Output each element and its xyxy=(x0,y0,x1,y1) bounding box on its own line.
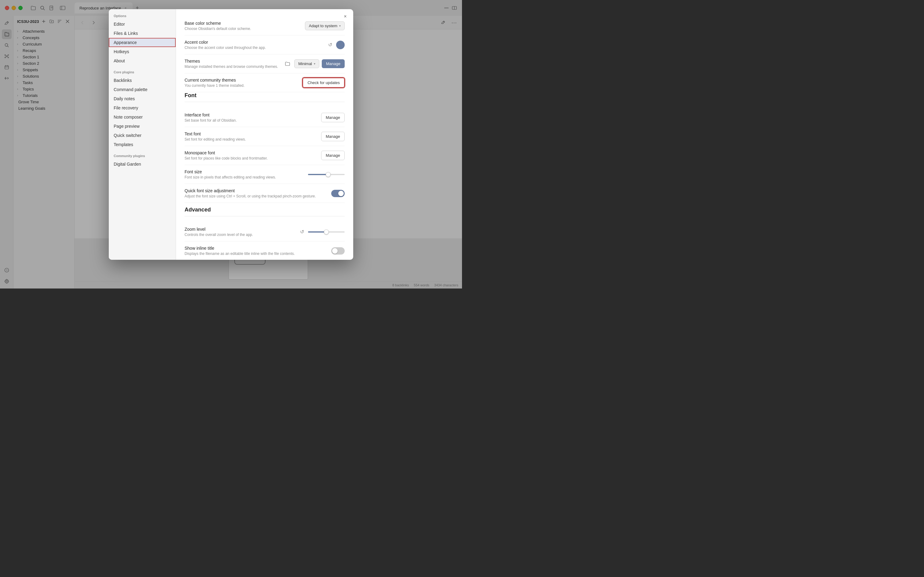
nav-item-command-palette[interactable]: Command palette xyxy=(109,85,176,94)
font-size-desc: Font size in pixels that affects editing… xyxy=(185,175,303,179)
monospace-font-title: Monospace font xyxy=(185,150,316,155)
themes-folder-button[interactable] xyxy=(283,60,292,68)
themes-desc: Manage installed themes and browse commu… xyxy=(185,64,278,69)
modal-close-button[interactable]: × xyxy=(341,13,349,20)
modal-sidebar: Options Editor Files & Links Appearance … xyxy=(109,9,176,260)
base-color-scheme-title: Base color scheme xyxy=(185,21,300,26)
settings-zoom-level: Zoom level Controls the overall zoom lev… xyxy=(185,222,344,242)
nav-item-file-recovery[interactable]: File recovery xyxy=(109,103,176,113)
community-themes-title: Current community themes xyxy=(185,77,298,82)
text-font-desc: Set font for editing and reading views. xyxy=(185,137,316,142)
settings-show-inline-title: Show inline title Displays the filename … xyxy=(185,242,344,260)
nav-item-digital-garden[interactable]: Digital Garden xyxy=(109,160,176,169)
show-inline-title-title: Show inline title xyxy=(185,246,326,251)
settings-modal: Options Editor Files & Links Appearance … xyxy=(109,9,353,260)
community-themes-desc: You currently have 1 theme installed. xyxy=(185,84,298,88)
font-size-slider[interactable] xyxy=(308,174,344,175)
accent-color-reset-button[interactable]: ↺ xyxy=(326,41,334,48)
nav-item-files-links[interactable]: Files & Links xyxy=(109,29,176,38)
nav-item-about[interactable]: About xyxy=(109,56,176,65)
nav-item-page-preview[interactable]: Page preview xyxy=(109,122,176,131)
themes-manage-button[interactable]: Manage xyxy=(322,59,344,68)
zoom-level-reset-button[interactable]: ↺ xyxy=(298,228,306,235)
font-size-title: Font size xyxy=(185,169,303,174)
settings-monospace-font: Monospace font Set font for places like … xyxy=(185,146,344,165)
base-color-scheme-dropdown[interactable]: Adapt to system ▾ xyxy=(305,21,344,30)
quick-font-size-toggle[interactable] xyxy=(331,190,344,197)
font-size-slider-thumb[interactable] xyxy=(326,172,331,177)
accent-color-swatch[interactable] xyxy=(336,41,344,49)
text-font-title: Text font xyxy=(185,131,316,136)
interface-font-title: Interface font xyxy=(185,113,316,118)
base-color-scheme-desc: Choose Obsidian's default color scheme. xyxy=(185,27,300,31)
themes-title: Themes xyxy=(185,59,278,64)
check-for-updates-button[interactable]: Check for updates xyxy=(303,77,344,88)
interface-font-desc: Set base font for all of Obsidian. xyxy=(185,118,316,122)
nav-item-hotkeys[interactable]: Hotkeys xyxy=(109,47,176,56)
nav-item-backlinks[interactable]: Backlinks xyxy=(109,76,176,85)
monospace-font-manage-button[interactable]: Manage xyxy=(321,151,344,160)
settings-quick-font-size: Quick font size adjustment Adjust the fo… xyxy=(185,184,344,203)
core-plugins-section-label: Core plugins xyxy=(109,65,176,76)
settings-accent-color: Accent color Choose the accent color use… xyxy=(185,35,344,55)
chevron-down-icon: ▾ xyxy=(314,62,316,65)
settings-font-size: Font size Font size in pixels that affec… xyxy=(185,165,344,184)
accent-color-desc: Choose the accent color used throughout … xyxy=(185,45,322,50)
settings-base-color-scheme: Base color scheme Choose Obsidian's defa… xyxy=(185,16,344,35)
chevron-down-icon: ▾ xyxy=(339,24,341,27)
zoom-level-slider[interactable] xyxy=(308,231,344,232)
settings-themes: Themes Manage installed themes and brows… xyxy=(185,55,344,73)
nav-item-daily-notes[interactable]: Daily notes xyxy=(109,94,176,103)
themes-dropdown[interactable]: Minimal ▾ xyxy=(294,59,319,68)
interface-font-manage-button[interactable]: Manage xyxy=(321,113,344,122)
text-font-manage-button[interactable]: Manage xyxy=(321,132,344,141)
font-size-slider-container xyxy=(308,174,344,175)
nav-item-note-composer[interactable]: Note composer xyxy=(109,113,176,122)
zoom-level-slider-container xyxy=(308,231,344,232)
advanced-section-title: Advanced xyxy=(185,206,344,216)
modal-content: × Base color scheme Choose Obsidian's de… xyxy=(176,9,353,260)
community-plugins-section-label: Community plugins xyxy=(109,149,176,160)
quick-font-size-title: Quick font size adjustment xyxy=(185,188,326,193)
accent-color-title: Accent color xyxy=(185,40,322,45)
show-inline-title-desc: Displays the filename as an editable tit… xyxy=(185,251,326,256)
settings-interface-font: Interface font Set base font for all of … xyxy=(185,108,344,127)
font-section-title: Font xyxy=(185,92,344,102)
modal-overlay: Options Editor Files & Links Appearance … xyxy=(0,0,462,288)
settings-community-themes: Current community themes You currently h… xyxy=(185,73,344,92)
nav-item-editor[interactable]: Editor xyxy=(109,19,176,29)
show-inline-title-toggle[interactable] xyxy=(331,247,344,255)
zoom-level-desc: Controls the overall zoom level of the a… xyxy=(185,232,293,237)
monospace-font-desc: Set font for places like code blocks and… xyxy=(185,156,316,160)
quick-font-size-desc: Adjust the font size using Ctrl + Scroll… xyxy=(185,194,326,198)
zoom-level-slider-thumb[interactable] xyxy=(324,229,329,234)
options-section-label: Options xyxy=(109,9,176,19)
nav-item-quick-switcher[interactable]: Quick switcher xyxy=(109,131,176,140)
nav-item-appearance[interactable]: Appearance xyxy=(109,38,176,47)
nav-item-templates[interactable]: Templates xyxy=(109,140,176,149)
settings-text-font: Text font Set font for editing and readi… xyxy=(185,127,344,146)
zoom-level-title: Zoom level xyxy=(185,227,293,232)
